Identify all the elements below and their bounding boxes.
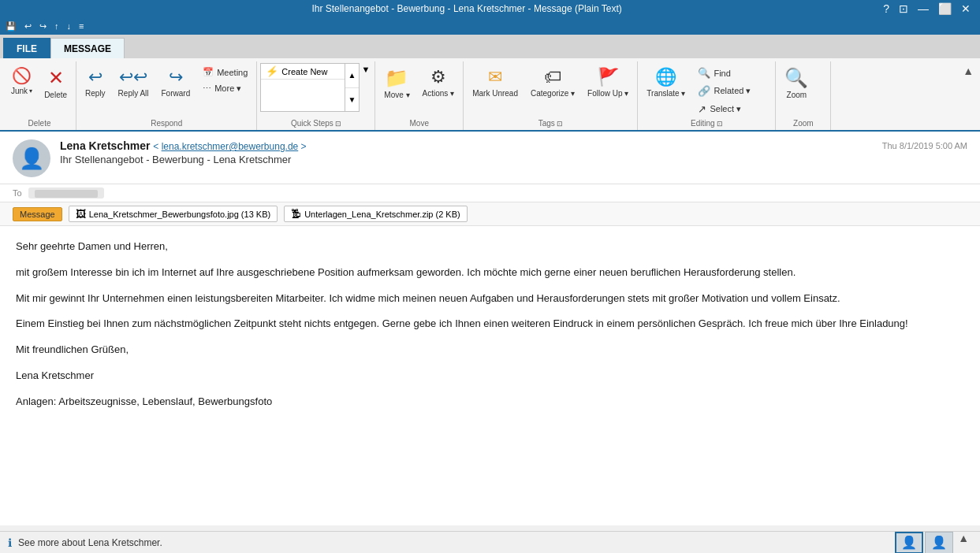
quicksteps-expand-button[interactable]: ▼ [360, 63, 371, 76]
attachment-photo-label: Lena_Kretschmer_Bewerbungsfoto.jpg (13 K… [89, 210, 271, 219]
ribbon-group-editing: 🌐 Translate ▾ 🔍 Find 🔗 Related ▾ ↗ Selec… [638, 61, 776, 130]
categorize-label: Categorize ▾ [531, 89, 575, 98]
reply-all-button[interactable]: ↩↩ Reply All [113, 63, 155, 102]
minimize-button[interactable]: — [915, 2, 932, 15]
email-from: Lena Kretschmer < lena.kretschmer@bewerb… [60, 139, 307, 152]
attachment-zip[interactable]: 🗜 Unterlagen_Lena_Kretschmer.zip (2 KB) [284, 206, 468, 222]
related-label: Related ▾ [714, 86, 751, 96]
follow-up-button[interactable]: 🚩 Follow Up ▾ [582, 63, 634, 102]
sender-avatar: 👤 [13, 139, 50, 177]
create-new-label: Create New [281, 67, 327, 76]
up-button[interactable]: ↑ [52, 20, 61, 32]
find-label: Find [714, 69, 730, 78]
ribbon-group-zoom: 🔍 Zoom Zoom [776, 61, 831, 130]
move-button[interactable]: 📁 Move ▾ [378, 63, 415, 103]
body-p1: Sehr geehrte Damen und Herren, [16, 239, 964, 255]
respond-group-label: Respond [80, 117, 253, 128]
delete-label: Delete [44, 91, 67, 99]
menu-button[interactable]: ≡ [76, 20, 86, 32]
email-body: Sehr geehrte Damen und Herren, mit große… [0, 226, 980, 525]
delete-icon: ✕ [48, 67, 64, 89]
mark-unread-button[interactable]: ✉ Mark Unread [467, 63, 524, 102]
attachment-zip-label: Unterlagen_Lena_Kretschmer.zip (2 KB) [304, 210, 460, 219]
reply-button[interactable]: ↩ Reply [80, 63, 111, 102]
tab-file[interactable]: FILE [3, 38, 50, 58]
junk-icon: 🚫 [12, 66, 32, 85]
mark-unread-label: Mark Unread [472, 89, 518, 98]
mark-unread-icon: ✉ [488, 67, 502, 87]
tags-expander-icon: ⊡ [557, 120, 563, 128]
ribbon: 🚫 Junk ▾ ✕ Delete Delete ↩ Reply ↩↩ Rep [0, 58, 980, 132]
ribbon-group-tags: ✉ Mark Unread 🏷 Categorize ▾ 🚩 Follow Up… [464, 61, 638, 130]
save-button[interactable]: 💾 [3, 20, 19, 32]
reply-label: Reply [85, 89, 106, 98]
status-avatar-2[interactable]: 👤 [925, 532, 953, 554]
categorize-icon: 🏷 [544, 67, 561, 87]
body-p2: mit großem Interesse bin ich im Internet… [16, 265, 964, 281]
actions-button[interactable]: ⚙ Actions ▾ [417, 63, 460, 102]
status-expand-button[interactable]: ▲ [955, 532, 972, 554]
ribbon-group-delete: 🚫 Junk ▾ ✕ Delete Delete [3, 61, 76, 130]
quick-access-toolbar: 💾 ↩ ↪ ↑ ↓ ≡ [0, 17, 980, 35]
tags-group-label: Tags ⊡ [467, 117, 634, 128]
body-p4: Einem Einstieg bei Ihnen zum nächstmögli… [16, 316, 964, 332]
forward-icon: ↪ [169, 67, 183, 87]
move-icon: 📁 [385, 67, 408, 89]
down-button[interactable]: ↓ [65, 20, 74, 32]
actions-icon: ⚙ [430, 67, 446, 87]
attachment-message-button[interactable]: Message [13, 207, 62, 221]
translate-icon: 🌐 [655, 67, 676, 87]
select-button[interactable]: ↗ Select ▾ [692, 101, 756, 117]
meeting-icon: 📅 [203, 67, 214, 77]
translate-button[interactable]: 🌐 Translate ▾ [641, 63, 691, 102]
info-icon: ℹ [8, 536, 12, 549]
find-icon: 🔍 [698, 67, 710, 79]
quickstep-up-button[interactable]: ▲ [345, 64, 360, 88]
message-bar-button[interactable]: ⊡ [896, 2, 911, 15]
redo-button[interactable]: ↪ [37, 20, 49, 32]
zoom-label: Zoom [787, 91, 807, 99]
status-text: See more about Lena Kretschmer. [18, 537, 162, 548]
zip-icon: 🗜 [291, 208, 301, 220]
delete-group-label: Delete [6, 117, 73, 128]
find-button[interactable]: 🔍 Find [692, 65, 756, 81]
status-avatars: 👤 👤 ▲ [895, 532, 972, 554]
help-button[interactable]: ? [880, 2, 892, 15]
meeting-button[interactable]: 📅 Meeting [197, 65, 253, 80]
window-controls: ? ⊡ — ⬜ ✕ [880, 2, 974, 15]
create-new-button[interactable]: ⚡ Create New [261, 64, 344, 80]
tab-message[interactable]: MESSAGE [50, 38, 125, 58]
undo-button[interactable]: ↩ [22, 20, 34, 32]
meeting-label: Meeting [217, 68, 248, 77]
actions-label: Actions ▾ [423, 89, 455, 98]
more-button[interactable]: ⋯ More ▾ [197, 81, 253, 96]
body-p6: Lena Kretschmer [16, 368, 964, 384]
move-group-label: Move [378, 117, 460, 128]
move-label: Move ▾ [384, 91, 409, 99]
ribbon-group-quicksteps: ⚡ Create New ▲ ▼ ▼ Quick Steps ⊡ [257, 61, 375, 130]
quickstep-down-button[interactable]: ▼ [345, 88, 360, 112]
body-p7: Anlagen: Arbeitszeugnisse, Lebenslauf, B… [16, 394, 964, 410]
delete-button[interactable]: ✕ Delete [39, 63, 73, 103]
categorize-button[interactable]: 🏷 Categorize ▾ [525, 63, 580, 102]
select-label: Select ▾ [710, 104, 741, 114]
maximize-button[interactable]: ⬜ [935, 2, 955, 15]
jpg-icon: 🖼 [76, 208, 86, 220]
junk-label: Junk ▾ [11, 87, 32, 95]
to-address [28, 187, 104, 199]
body-p5: Mit freundlichen Grüßen, [16, 342, 964, 358]
status-avatar-1[interactable]: 👤 [895, 532, 923, 554]
related-button[interactable]: 🔗 Related ▾ [692, 83, 756, 99]
forward-button[interactable]: ↪ Forward [156, 63, 196, 102]
attachment-photo[interactable]: 🖼 Lena_Kretschmer_Bewerbungsfoto.jpg (13… [69, 206, 278, 222]
email-to-line: To [0, 184, 980, 202]
status-bar: ℹ See more about Lena Kretschmer. 👤 👤 ▲ [0, 531, 980, 553]
close-button[interactable]: ✕ [958, 2, 974, 15]
junk-button[interactable]: 🚫 Junk ▾ [6, 63, 37, 98]
sender-name: Lena Kretschmer [60, 139, 150, 152]
title-bar: Ihr Stellenangebot - Bewerbung - Lena Kr… [0, 0, 980, 17]
follow-up-icon: 🚩 [598, 67, 619, 87]
reply-all-icon: ↩↩ [119, 67, 147, 87]
zoom-button[interactable]: 🔍 Zoom [779, 63, 814, 103]
collapse-ribbon-button[interactable]: ▲ [963, 65, 974, 77]
